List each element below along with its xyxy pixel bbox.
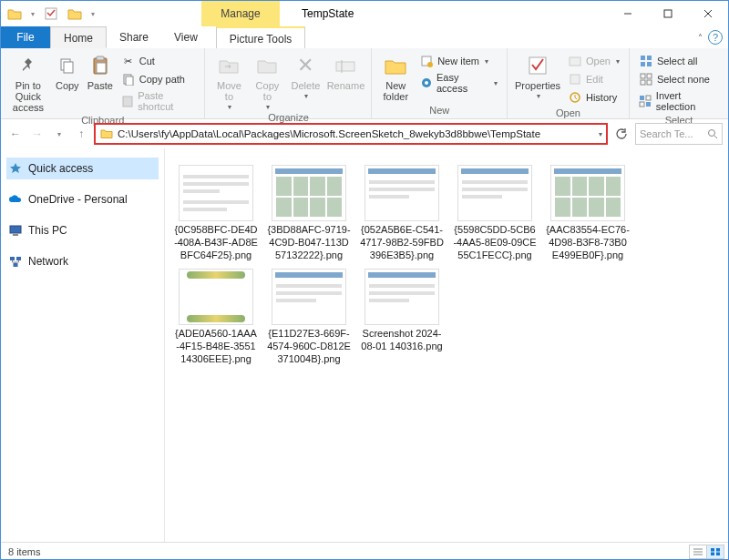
select-none-button[interactable]: Select none <box>635 70 723 88</box>
search-input[interactable]: Search Te... <box>635 123 723 145</box>
open-button[interactable]: Open▾ <box>564 52 623 70</box>
svg-rect-47 <box>711 553 714 556</box>
file-item[interactable]: {5598C5DD-5CB6-4AA5-8E09-09CE55C1FECC}.p… <box>451 163 539 263</box>
ribbon-group-select: Select all Select none Invert selection … <box>630 48 728 118</box>
new-item-button[interactable]: New item▾ <box>416 52 501 70</box>
qat-customize-icon[interactable]: ▾ <box>88 4 98 24</box>
svg-rect-21 <box>570 75 580 84</box>
tab-view[interactable]: View <box>161 26 210 48</box>
file-item[interactable]: Screenshot 2024-08-01 140316.png <box>358 267 446 367</box>
paste-button[interactable]: Paste <box>85 50 116 91</box>
nav-network[interactable]: Network <box>6 250 159 272</box>
tab-file[interactable]: File <box>1 26 50 48</box>
nav-quick-access[interactable]: Quick access <box>6 158 159 179</box>
history-icon <box>568 90 582 105</box>
address-bar[interactable]: C:\Users\fy\AppData\Local\Packages\Micro… <box>94 123 608 145</box>
invert-selection-button[interactable]: Invert selection <box>635 88 723 114</box>
open-icon <box>568 54 582 68</box>
svg-rect-29 <box>641 80 645 85</box>
file-item[interactable]: {3BD88AFC-9719-4C9D-B047-113D57132222}.p… <box>265 163 353 263</box>
file-item[interactable]: {ADE0A560-1AAA-4F15-B48E-355114306EEE}.p… <box>172 267 260 367</box>
svg-rect-33 <box>640 102 644 107</box>
new-folder-button[interactable]: New folder <box>377 50 414 102</box>
new-folder-icon <box>381 52 410 79</box>
address-text: C:\Users\fy\AppData\Local\Packages\Micro… <box>118 128 595 139</box>
paste-icon <box>86 52 115 79</box>
copy-path-icon <box>121 72 136 87</box>
file-thumbnail <box>272 269 346 325</box>
svg-point-35 <box>709 130 715 137</box>
svg-rect-13 <box>336 62 354 71</box>
edit-icon <box>568 72 582 87</box>
window-controls <box>608 1 728 26</box>
ribbon-group-open: Properties▾ Open▾ Edit History Open <box>508 48 630 118</box>
svg-point-18 <box>425 81 428 85</box>
view-thumbnails-button[interactable] <box>706 545 724 559</box>
folder-icon[interactable] <box>5 4 25 24</box>
collapse-ribbon-icon[interactable]: ˄ <box>698 33 703 43</box>
svg-rect-27 <box>641 74 645 78</box>
file-name: Screenshot 2024-08-01 140316.png <box>360 327 444 352</box>
group-label-open: Open <box>556 107 580 121</box>
window-title: TempState <box>280 1 608 26</box>
forward-button[interactable]: → <box>28 125 46 143</box>
file-item[interactable]: {AAC83554-EC76-4D98-B3F8-73B0E499EB0F}.p… <box>544 163 631 263</box>
svg-rect-40 <box>16 257 21 260</box>
paste-shortcut-icon <box>121 94 134 108</box>
files-pane[interactable]: {0C958BFC-DE4D-408A-B43F-AD8EBFC64F25}.p… <box>165 148 728 542</box>
properties-button[interactable]: Properties▾ <box>513 50 562 100</box>
navigation-bar: ← → ▾ ↑ C:\Users\fy\AppData\Local\Packag… <box>1 119 728 148</box>
svg-rect-20 <box>570 57 580 66</box>
svg-line-36 <box>714 136 717 138</box>
select-all-icon <box>639 54 653 68</box>
history-button[interactable]: History <box>564 88 623 107</box>
refresh-button[interactable] <box>611 124 631 144</box>
nav-this-pc[interactable]: This PC <box>6 219 159 241</box>
tab-share[interactable]: Share <box>107 26 161 48</box>
svg-rect-8 <box>97 56 104 60</box>
help-icon[interactable]: ? <box>708 30 723 45</box>
paste-shortcut-button[interactable]: Paste shortcut <box>118 88 200 114</box>
back-button[interactable]: ← <box>6 125 25 143</box>
ribbon-group-new: New folder New item▾ Easy access▾ New <box>372 48 508 118</box>
easy-access-button[interactable]: Easy access▾ <box>416 70 501 96</box>
select-all-button[interactable]: Select all <box>635 52 723 70</box>
status-bar: 8 items <box>1 542 728 560</box>
cut-button[interactable]: ✂Cut <box>118 52 200 70</box>
file-item[interactable]: {E11D27E3-669F-4574-960C-D812E371004B}.p… <box>265 267 353 367</box>
recent-locations-button[interactable]: ▾ <box>50 125 68 143</box>
network-icon <box>8 254 23 269</box>
chevron-down-icon: ▾ <box>616 57 620 66</box>
edit-button[interactable]: Edit <box>564 70 623 88</box>
file-name: {AAC83554-EC76-4D98-B3F8-73B0E499EB0F}.p… <box>546 223 630 261</box>
nav-onedrive[interactable]: OneDrive - Personal <box>6 188 159 210</box>
svg-rect-9 <box>97 63 106 73</box>
close-button[interactable] <box>688 1 728 26</box>
copy-button[interactable]: Copy <box>52 50 83 91</box>
address-dropdown-icon[interactable]: ▾ <box>599 130 602 138</box>
minimize-button[interactable] <box>608 1 648 26</box>
file-item[interactable]: {0C958BFC-DE4D-408A-B43F-AD8EBFC64F25}.p… <box>172 163 260 263</box>
qat-dropdown-icon[interactable]: ▾ <box>28 4 37 24</box>
up-button[interactable]: ↑ <box>72 125 90 143</box>
file-name: {052A5B6E-C541-4717-98B2-59FBD396E3B5}.p… <box>360 223 444 261</box>
svg-rect-12 <box>123 97 132 107</box>
new-folder-qat-icon[interactable] <box>65 4 85 24</box>
delete-button[interactable]: ✕ Delete▾ <box>287 50 323 100</box>
copy-to-button[interactable]: Copy to▾ <box>249 50 285 111</box>
tab-picture-tools[interactable]: Picture Tools <box>216 26 305 48</box>
file-item[interactable]: {052A5B6E-C541-4717-98B2-59FBD396E3B5}.p… <box>358 163 446 263</box>
scissors-icon: ✂ <box>121 54 136 68</box>
pin-quick-access-button[interactable]: Pin to Quick access <box>6 50 50 113</box>
content-area: Quick access OneDrive - Personal This PC… <box>1 148 728 542</box>
rename-button[interactable]: Rename <box>325 50 365 91</box>
properties-qat-icon[interactable] <box>41 4 61 24</box>
view-details-button[interactable] <box>689 545 707 559</box>
pin-label: Pin to Quick access <box>8 80 48 113</box>
chevron-down-icon: ▾ <box>228 103 231 111</box>
maximize-button[interactable] <box>648 1 688 26</box>
move-to-button[interactable]: Move to▾ <box>210 50 247 111</box>
contextual-tab-label: Manage <box>201 1 280 26</box>
copy-path-button[interactable]: Copy path <box>118 70 200 88</box>
tab-home[interactable]: Home <box>50 26 107 48</box>
